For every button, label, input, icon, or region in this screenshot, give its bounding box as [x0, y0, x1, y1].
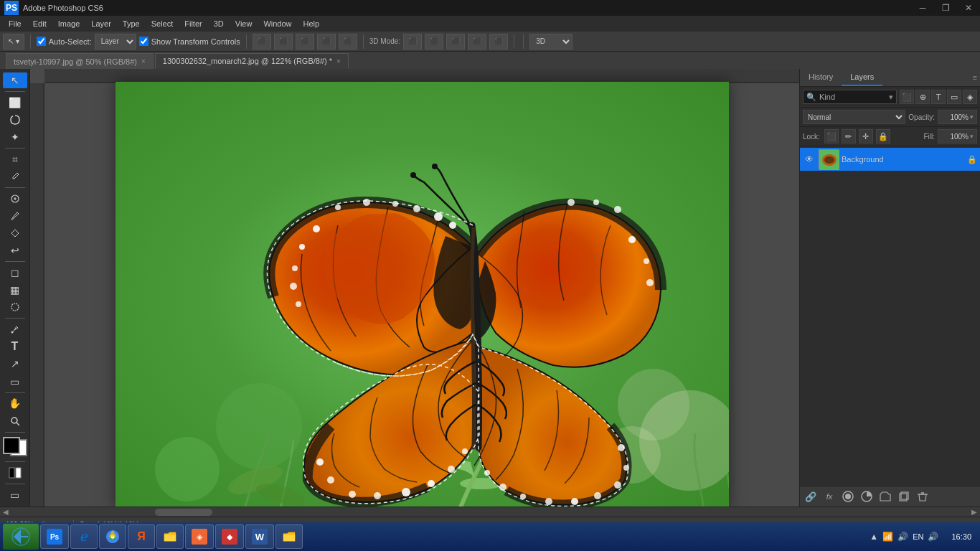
auto-select-dropdown[interactable]: Layer Group: [95, 34, 136, 50]
shape-tool[interactable]: ▭: [3, 373, 27, 389]
marquee-tool[interactable]: ⬜: [3, 95, 27, 110]
quick-mask-btn[interactable]: [3, 465, 27, 481]
align-btn-5[interactable]: ⬛: [339, 34, 357, 50]
3d-btn-1[interactable]: ⬛: [403, 34, 422, 50]
lasso-tool[interactable]: [3, 112, 27, 128]
lock-position-btn[interactable]: ✛: [859, 129, 873, 143]
image-canvas[interactable]: [116, 82, 729, 507]
menu-select[interactable]: Select: [146, 18, 179, 29]
menu-window[interactable]: Window: [258, 18, 297, 29]
menu-edit[interactable]: Edit: [27, 18, 52, 29]
eraser-tool[interactable]: ◻: [3, 265, 27, 281]
restore-button[interactable]: ❐: [934, 0, 957, 16]
group-layers-btn[interactable]: [877, 489, 893, 504]
crop-tool[interactable]: ⌗: [3, 151, 27, 167]
h-scroll-thumb[interactable]: [155, 509, 212, 516]
healing-tool[interactable]: [3, 191, 27, 207]
scroll-right-btn[interactable]: ▶: [969, 508, 980, 516]
scroll-left-btn[interactable]: ◀: [0, 508, 11, 516]
start-button[interactable]: [3, 524, 39, 550]
fill-control[interactable]: 100% ▾: [938, 129, 977, 143]
show-transform-checkbox[interactable]: Show Transform Controls: [139, 37, 240, 46]
tray-icon-volume[interactable]: 🔊: [897, 532, 908, 542]
layer-style-btn[interactable]: fx: [821, 489, 837, 504]
color-swatches[interactable]: [3, 437, 27, 456]
lock-all-btn[interactable]: 🔒: [876, 129, 890, 143]
tool-preset[interactable]: ↖ ▾: [3, 34, 24, 50]
menu-help[interactable]: Help: [298, 18, 326, 29]
layer-item-background[interactable]: 👁 Background 🔒: [800, 148, 980, 171]
taskbar-app2[interactable]: ◆: [215, 524, 244, 549]
taskbar-ie[interactable]: ℯ: [70, 524, 98, 549]
lock-pixels-btn[interactable]: ⬛: [824, 129, 839, 143]
path-select-tool[interactable]: ↗: [3, 356, 27, 372]
menu-type[interactable]: Type: [117, 18, 146, 29]
new-layer-btn[interactable]: [896, 489, 912, 504]
tab-1-close[interactable]: ×: [141, 57, 146, 65]
layer-search[interactable]: 🔍 Kind ▾: [803, 90, 897, 104]
tab-1[interactable]: tsvetyi-10997.jpg @ 50% (RGB/8#) ×: [6, 53, 154, 69]
align-btn-4[interactable]: ⬛: [317, 34, 336, 50]
pen-tool[interactable]: [3, 321, 27, 337]
close-button[interactable]: ✕: [957, 0, 980, 16]
3d-value-dropdown[interactable]: 3D: [529, 34, 573, 50]
menu-3d[interactable]: 3D: [208, 18, 230, 29]
taskbar-browser2[interactable]: [99, 524, 126, 549]
menu-layer[interactable]: Layer: [85, 18, 117, 29]
panel-options-btn[interactable]: ≡: [973, 69, 980, 86]
filter-pixel-btn[interactable]: ⬛: [900, 90, 914, 104]
menu-view[interactable]: View: [230, 18, 258, 29]
add-mask-btn[interactable]: [840, 489, 856, 504]
3d-btn-5[interactable]: ⬛: [489, 34, 508, 50]
tab-2-close[interactable]: ×: [336, 57, 341, 65]
menu-image[interactable]: Image: [52, 18, 86, 29]
align-btn-3[interactable]: ⬛: [296, 34, 314, 50]
link-layers-btn[interactable]: 🔗: [803, 489, 819, 504]
blur-tool[interactable]: [3, 299, 27, 315]
tray-icon-network[interactable]: 📶: [882, 532, 893, 542]
hand-tool[interactable]: ✋: [3, 395, 27, 411]
language-indicator[interactable]: EN: [913, 532, 923, 541]
tab-layers[interactable]: Layers: [842, 69, 882, 86]
adjustment-layer-btn[interactable]: [859, 489, 875, 504]
menu-filter[interactable]: Filter: [179, 18, 207, 29]
taskbar-word[interactable]: W: [245, 524, 274, 549]
menu-file[interactable]: File: [3, 18, 27, 29]
align-btn-1[interactable]: ⬛: [253, 34, 271, 50]
canvas-container[interactable]: [44, 83, 799, 507]
taskbar-photoshop[interactable]: Ps: [40, 524, 69, 549]
3d-btn-2[interactable]: ⬛: [425, 34, 443, 50]
lock-paint-btn[interactable]: ✏: [842, 129, 856, 143]
show-transform-input[interactable]: [139, 37, 149, 46]
auto-select-input[interactable]: [37, 37, 46, 46]
3d-btn-3[interactable]: ⬛: [446, 34, 465, 50]
volume-icon-2[interactable]: 🔊: [928, 532, 938, 542]
type-tool[interactable]: T: [3, 339, 27, 354]
screen-mode-btn[interactable]: ▭: [3, 487, 27, 503]
zoom-tool[interactable]: [3, 413, 27, 428]
system-clock[interactable]: 16:30: [946, 532, 977, 541]
blend-mode-select[interactable]: Normal Multiply Screen Overlay: [803, 110, 905, 124]
filter-shape-btn[interactable]: ▭: [947, 90, 961, 104]
layer-visibility-eye[interactable]: 👁: [803, 153, 816, 166]
tab-2[interactable]: 1300302632_monarch2.jpg @ 122% (RGB/8#) …: [155, 53, 349, 69]
tray-icon-1[interactable]: ▲: [870, 532, 878, 542]
delete-layer-btn[interactable]: [915, 489, 930, 504]
minimize-button[interactable]: ─: [911, 0, 934, 16]
opacity-control[interactable]: 100% ▾: [938, 110, 977, 124]
eyedropper-tool[interactable]: [3, 169, 27, 184]
filter-type-btn[interactable]: T: [931, 90, 946, 104]
gradient-tool[interactable]: ▦: [3, 282, 27, 298]
taskbar-folder2[interactable]: [275, 524, 303, 549]
auto-select-checkbox[interactable]: Auto-Select:: [37, 37, 92, 46]
3d-btn-4[interactable]: ⬛: [468, 34, 486, 50]
magic-wand-tool[interactable]: ✦: [3, 129, 27, 145]
foreground-color[interactable]: [3, 437, 20, 454]
taskbar-yandex[interactable]: Я: [128, 524, 155, 549]
taskbar-folder1[interactable]: [156, 524, 184, 549]
canvas-area[interactable]: /* rendered below */: [30, 69, 799, 507]
align-btn-2[interactable]: ⬛: [274, 34, 293, 50]
clone-tool[interactable]: [3, 225, 27, 241]
move-tool[interactable]: ↖: [3, 72, 27, 88]
tab-history[interactable]: History: [800, 69, 842, 86]
